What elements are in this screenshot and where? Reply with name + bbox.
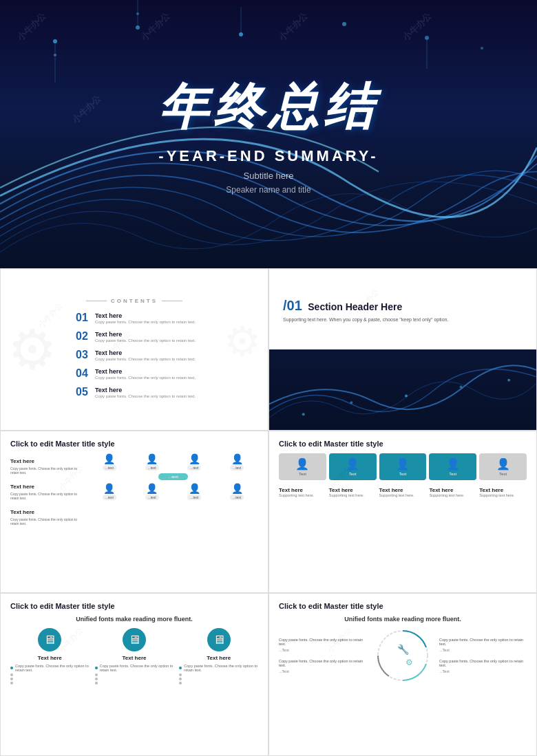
svg-point-11	[481, 47, 483, 50]
slide-icons: 小牛办公 Click to edit Master title style Un…	[0, 593, 268, 756]
svg-point-8	[342, 22, 346, 26]
left-text-blocks: Copy paste fonts. Choose the only option…	[279, 638, 366, 673]
svg-point-12	[302, 413, 305, 415]
svg-text:🔧: 🔧	[397, 644, 410, 656]
slide-flow: 小牛办公 Click to edit Master title style Te…	[0, 431, 268, 593]
item-title: Text here	[95, 368, 213, 375]
item-title: Text here	[95, 387, 213, 393]
item-num: 01	[76, 312, 95, 323]
slide-section: 小牛办公 /01 Section Header Here Supporting …	[268, 268, 537, 431]
section-header-title: Section Header Here	[308, 301, 402, 312]
presentation-grid: 小牛办公 小牛办公 小牛办公 小牛办公 小牛办公 小牛办公 小牛办公	[0, 0, 537, 756]
item-sub: Copy paste fonts. Choose the only option…	[95, 394, 213, 398]
item-title: Text here	[95, 349, 213, 356]
slide-title: Click to edit Master title style	[10, 440, 258, 448]
svg-point-14	[405, 394, 408, 397]
slide-title: Click to edit Master title style	[279, 602, 527, 610]
item-num: 02	[76, 331, 95, 342]
svg-text:⚙: ⚙	[406, 658, 413, 667]
support-item: Text here Supporting text here.	[479, 487, 527, 497]
section-support: Supporting text here. When you copy & pa…	[283, 316, 523, 323]
unified-label: Unified fonts make reading more fluent.	[279, 616, 527, 623]
svg-point-15	[460, 386, 463, 389]
contents-list: 01 Text here Copy paste fonts. Choose th…	[76, 312, 213, 405]
list-item: 02 Text here Copy paste fonts. Choose th…	[76, 331, 213, 343]
svg-point-13	[350, 401, 352, 404]
slide-circular: 小牛办公 Click to edit Master title style Un…	[268, 593, 537, 756]
section-bottom	[269, 349, 536, 430]
hero-chinese-title: 年终总结	[158, 74, 379, 140]
slide-title: Click to edit Master title style	[279, 440, 527, 448]
text-block: Text here Copy paste fonts. Choose the o…	[10, 453, 83, 475]
item-sub: Copy paste fonts. Choose the only option…	[95, 338, 213, 343]
item-num: 05	[76, 387, 95, 398]
list-item: 04 Text here Copy paste fonts. Choose th…	[76, 368, 213, 380]
right-text-blocks: Copy paste fonts. Choose the only option…	[439, 638, 527, 673]
support-item: Text here Supporting text here.	[329, 487, 377, 497]
hero-subtitle: Subtitle here	[244, 171, 294, 181]
item-num: 03	[76, 349, 95, 360]
circular-diagram: 🔧 ⚙	[372, 628, 434, 683]
support-item: Text here Supporting text here.	[279, 487, 326, 497]
icon-item: 🖥 Text here Copy paste fonts. Choose the…	[179, 628, 258, 684]
support-item: Text here Supporting text here.	[379, 487, 427, 497]
icon-item: 🖥 Text here Copy paste fonts. Choose the…	[95, 628, 174, 684]
text-block: Text here Copy paste fonts. Choose the o…	[10, 479, 83, 500]
contents-label: CONTENTS	[111, 298, 158, 304]
section-num: /01	[283, 298, 302, 313]
slide-title: Click to edit Master title style	[10, 602, 258, 610]
item-num: 04	[76, 368, 95, 379]
item-title: Text here	[95, 331, 213, 338]
unified-label: Unified fonts make reading more fluent.	[10, 616, 258, 623]
slide-hero: 小牛办公 小牛办公 小牛办公 小牛办公 小牛办公 小牛办公 小牛办公	[0, 0, 537, 268]
svg-point-16	[507, 379, 510, 382]
slide-contents: 小牛办公 小牛办公 ⚙ ⚙ CONTENTS 01 Text here Copy…	[0, 268, 268, 431]
item-sub: Copy paste fonts. Choose the only option…	[95, 376, 213, 380]
slide-tabs: 小牛办公 Click to edit Master title style 👤 …	[268, 431, 537, 593]
section-top: /01 Section Header Here Supporting text …	[269, 269, 536, 349]
text-block: Text here Copy paste fonts. Choose the o…	[10, 504, 83, 526]
icon-item: 🖥 Text here Copy paste fonts. Choose the…	[10, 628, 90, 684]
item-title: Text here	[95, 312, 213, 319]
item-sub: Copy paste fonts. Choose the only option…	[95, 320, 213, 324]
hero-english-title: -YEAR-END SUMMARY-	[158, 147, 378, 165]
item-sub: Copy paste fonts. Choose the only option…	[95, 357, 213, 361]
list-item: 01 Text here Copy paste fonts. Choose th…	[76, 312, 213, 324]
hero-speaker: Speaker name and title	[226, 185, 310, 195]
support-item: Text here Supporting text here.	[429, 487, 476, 497]
list-item: 03 Text here Copy paste fonts. Choose th…	[76, 349, 213, 361]
list-item: 05 Text here Copy paste fonts. Choose th…	[76, 387, 213, 398]
